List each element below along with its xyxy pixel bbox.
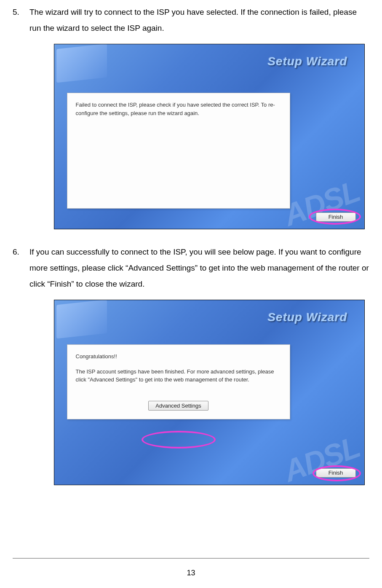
success-heading: Congratulations!! xyxy=(76,352,281,361)
page-number: 13 xyxy=(0,569,382,577)
step-5-text: The wizard will try to connect to the IS… xyxy=(29,4,369,36)
wizard-header: Setup Wizard xyxy=(57,49,360,74)
wizard-screenshot-fail: Setup Wizard ADSL Failed to connect the … xyxy=(54,44,365,229)
finish-button[interactable]: Finish xyxy=(316,468,356,478)
finish-button[interactable]: Finish xyxy=(316,212,356,222)
step-5-number: 5. xyxy=(13,4,29,36)
wizard-screenshot-success: Setup Wizard ADSL Congratulations!! The … xyxy=(54,300,365,485)
step-6-text: If you can successfully to connect to th… xyxy=(29,244,369,292)
advanced-settings-wrap: Advanced Settings xyxy=(76,401,281,411)
fail-message: Failed to connect the ISP, please check … xyxy=(76,101,281,117)
dialog-panel-fail: Failed to connect the ISP, please check … xyxy=(67,93,290,209)
step-6: 6. If you can successfully to connect to… xyxy=(13,244,369,292)
dialog-panel-success: Congratulations!! The ISP account settin… xyxy=(67,344,290,419)
wizard-title: Setup Wizard xyxy=(267,55,347,68)
screenshot-2-container: Setup Wizard ADSL Congratulations!! The … xyxy=(35,300,347,485)
highlight-oval-advanced xyxy=(142,431,216,448)
step-5: 5. The wizard will try to connect to the… xyxy=(13,4,369,36)
advanced-settings-button[interactable]: Advanced Settings xyxy=(148,401,208,411)
wizard-title: Setup Wizard xyxy=(267,311,347,324)
step-6-number: 6. xyxy=(13,244,29,292)
footer-divider xyxy=(13,558,369,558)
success-message: The ISP account settings have been finis… xyxy=(76,368,281,384)
wizard-header: Setup Wizard xyxy=(57,305,360,330)
screenshot-1-container: Setup Wizard ADSL Failed to connect the … xyxy=(35,44,347,229)
